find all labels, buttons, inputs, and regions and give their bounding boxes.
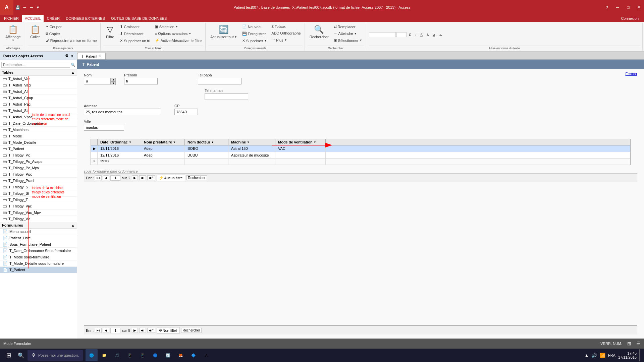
sidebar-item-t-astral-vpac[interactable]: 🗃T_Astral_Vpac [0,114,77,120]
tel-papa-input[interactable] [198,78,241,84]
start-btn[interactable]: ⊞ [3,349,15,361]
actualiser-btn[interactable]: 🔄 Actualiser tout ▼ [208,23,239,40]
nav-new-btn[interactable]: ⏭* [147,175,155,180]
minimize-btn[interactable]: ─ [612,4,623,11]
font-size-input[interactable] [396,32,407,37]
main-nav-last-btn[interactable]: ⏭ [139,328,146,333]
main-nav-prev-btn[interactable]: ◀ [103,328,109,333]
tab-close-icon[interactable]: ✕ [99,55,101,58]
undo-btn[interactable]: ↩ [21,4,28,10]
search-taskbar-icon[interactable]: 🔍 [16,349,26,361]
sidebar-item-t-trilogy-t[interactable]: 🗃T_Trilogy_T [0,197,77,203]
taskbar-whatsapp-btn[interactable]: 📱 [137,349,149,361]
sidebar-item-menu-accueil[interactable]: 📄Menu accueil [0,229,77,235]
sidebar-config-btn[interactable]: ⚙ [64,54,69,58]
taskbar-filezilla-btn[interactable]: 🔄 [162,349,174,361]
subform-row-1[interactable]: ▶ 12/11/2016 Adep BOBO Astral 150 VAC [91,145,630,152]
sidebar-item-patient-liste[interactable]: 📄Patient_Liste [0,235,77,241]
taskbar-search-box[interactable]: 🎙 Posez-moi une question. [28,350,83,361]
sidebar-item-t-trilogy-s[interactable]: 🗃T_Trilogy_S [0,184,77,190]
quick-more-btn[interactable]: ▼ [35,4,41,10]
menu-outils-bdd[interactable]: OUTILS DE BASE DE DONNÉES [108,15,169,22]
sidebar-item-t-machines[interactable]: 🗃T_Machines [0,127,77,133]
taskbar-clock[interactable]: 17:45 17/11/2016 [618,351,637,359]
taskbar-access-btn[interactable]: A [200,349,212,361]
main-nav-current-input[interactable] [110,328,120,333]
menu-accueil[interactable]: ACCUEIL [22,15,44,22]
sidebar-search-input[interactable] [1,62,70,68]
subform-col-machine[interactable]: Machine ▼ [228,139,275,145]
filtre-btn[interactable]: ▽ Filtre [103,23,117,40]
rechercher-btn[interactable]: 🔍 Rechercher [308,23,331,40]
activer-desactiver-btn[interactable]: ⚡ Activer/désactiver le filtre [153,37,203,44]
copier-btn[interactable]: ⧉ Copier [44,31,99,37]
menu-donnees-externes[interactable]: DONNÉES EXTERNES [63,15,108,22]
sidebar-item-t-mode-detaille[interactable]: 🗃T_Mode_Detaille [0,139,77,146]
subform-col-ventilation[interactable]: Mode de ventilation ▼ [275,139,326,145]
adresse-input[interactable] [84,109,161,115]
save-quick-btn[interactable]: 💾 [15,4,21,10]
help-btn[interactable]: ? [602,4,612,11]
sidebar-item-t-mode[interactable]: 🗃T_Mode [0,133,77,139]
taskbar-network-icon[interactable]: 📶 [600,353,605,358]
taskbar-desktop-btn[interactable] [639,349,641,361]
font-name-input[interactable] [369,32,396,37]
sidebar-item-t-mode-detaille-sf[interactable]: 📄T_Mode_Detaille sous-formulaire [0,260,77,267]
subform-row-2[interactable]: 12/11/2016 Adep BUBU Aspirateur de mucos… [91,152,630,159]
tel-maman-input[interactable] [205,93,248,100]
sidebar-item-t-astral-vaci[interactable]: 🗃T_Astral_Vaci [0,82,77,88]
main-nav-search-btn[interactable]: Rechercher [181,328,202,333]
ville-input[interactable] [84,124,124,131]
fermer-btn[interactable]: Fermer [626,72,637,76]
sidebar-item-t-astral-cpap[interactable]: 🗃T_Astral_Cpap [0,95,77,101]
subform-col-prestataire[interactable]: Nom prestataire ▼ [141,139,185,145]
nav-first-btn[interactable]: ⏮ [95,175,102,180]
sidebar-search-icon[interactable]: 🔍 [71,63,75,67]
taskbar-phone-btn[interactable]: 📱 [124,349,136,361]
sidebar-item-t-date-ord-sf[interactable]: 📄T_Date_Ordonnance Sous-formulaire [0,248,77,254]
sidebar-item-t-date-ord[interactable]: 🗃T_Date_Ordonnance [0,120,77,127]
menu-creer[interactable]: CRÉER [44,15,63,22]
enregistrer-btn[interactable]: 💾 Enregistrer [240,31,269,37]
sidebar-item-t-astral-st[interactable]: 🗃T_Astral_St [0,108,77,114]
croissant-btn[interactable]: ⬆ Croissant [118,23,152,30]
subform-new-row[interactable]: * ****** [91,159,630,165]
sidebar-item-t-trilogy-st[interactable]: 🗃T_Trilogy_St [0,190,77,197]
tables-section-header[interactable]: Tables ▲ [0,69,77,76]
reproduire-btn[interactable]: 🖌 Reproduire la mise en forme [44,38,99,44]
supprimer-tri-btn[interactable]: ✕ Supprimer un tri [118,38,152,44]
affichage-dropdown-icon[interactable]: ▼ [12,39,14,42]
sidebar-item-t-patient[interactable]: 🗃T_Patient [0,146,77,152]
filter-none-btn[interactable]: ⚡ Aucun filtre [157,175,185,181]
main-nav-first-btn[interactable]: ⏮ [95,328,102,333]
view-normal-icon[interactable]: ⊞ [627,341,631,346]
decroissant-btn[interactable]: ⬇ Décroissant [118,31,152,37]
menu-fichier[interactable]: FICHIER [1,15,21,22]
nav-prev-btn[interactable]: ◀ [103,175,109,180]
selectionner-btn[interactable]: ▣ Sélectionner ▼ [332,37,364,44]
prenom-input[interactable] [124,78,158,84]
sidebar-item-t-patient-form[interactable]: 📄T_Patient [0,267,77,273]
underline-btn[interactable]: S [419,32,424,38]
forms-section-header[interactable]: Formulaires ▲ [0,222,77,229]
cp-input[interactable] [174,109,198,115]
remplacer-btn[interactable]: ⇄ Remplacer [332,23,364,30]
highlight-btn[interactable]: A̲ [431,32,437,38]
close-btn[interactable]: ✕ [634,4,644,11]
orthographe-btn[interactable]: ABC Orthographe [270,30,302,36]
subform-col-date[interactable]: Date_Ordonnac ▼ [98,139,141,145]
main-nav-next-btn[interactable]: ▶ [132,328,138,333]
plus-btn[interactable]: ⋯ Plus ▼ [270,37,302,43]
nom-scroll-up[interactable]: ▲ [111,78,116,81]
sidebar-item-t-mode-sf[interactable]: 📄T_Mode sous-formulaire [0,254,77,260]
main-nav-new-btn[interactable]: ⏭* [147,328,155,333]
nav-current-input[interactable] [110,175,120,181]
sidebar-item-t-trilogy-vac-mpv[interactable]: 🗃T_Trilogy_Vac_Mpv [0,209,77,216]
bold-btn[interactable]: G [407,32,413,38]
sidebar-item-sous-formulaire-patient[interactable]: 📄Sous_Formulaire_Patient [0,241,77,248]
options-avancees-btn[interactable]: ≡ Options avancées ▼ [153,31,203,37]
sidebar-item-t-trilogy-ppc[interactable]: 🗃T_Trilogy_Ppc [0,171,77,178]
nom-scroll-down[interactable]: ▼ [111,81,116,85]
sidebar-item-t-trilogy-vc[interactable]: 🗃T_Trilogy_Vc [0,216,77,222]
sidebar-collapse-btn[interactable]: « [70,54,74,58]
